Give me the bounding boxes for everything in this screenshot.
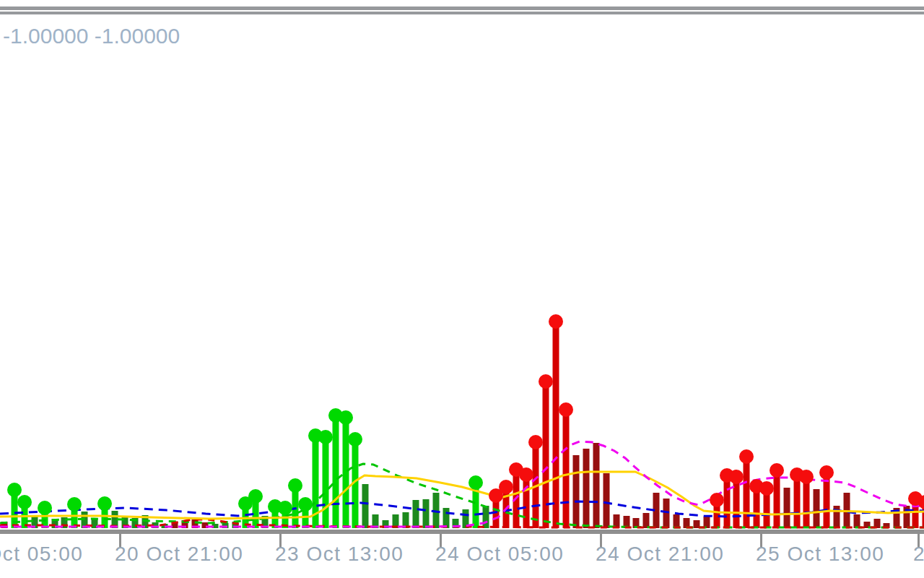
x-axis-label: 24 Oct 21:00 — [596, 543, 724, 565]
signal-dot — [729, 470, 744, 484]
histogram-bar-down — [563, 410, 570, 528]
pane-separator-line[interactable] — [0, 7, 924, 10]
histogram-bar-down — [774, 470, 780, 528]
signal-dot — [739, 449, 754, 464]
histogram-bar-down — [733, 477, 740, 528]
signal-dots — [7, 314, 924, 515]
histogram-bar-down — [543, 381, 549, 528]
signal-dot — [298, 497, 313, 512]
histogram-bar-down — [553, 322, 559, 528]
signal-dot — [819, 465, 834, 480]
signal-dot — [539, 374, 553, 389]
moving-average-lines — [0, 441, 924, 527]
histogram-bar-up — [413, 500, 419, 528]
x-axis-label: 26 Oct 05:00 — [913, 543, 924, 565]
histogram-bar-down — [904, 506, 910, 528]
histogram-bar-down — [724, 475, 731, 528]
signal-dot — [67, 497, 82, 512]
histogram-bar-down — [784, 488, 790, 528]
signal-dot — [770, 463, 784, 478]
signal-dot — [278, 501, 292, 515]
histogram-bar-down — [573, 455, 580, 528]
signal-dot — [799, 470, 814, 484]
signal-dot — [97, 496, 112, 511]
pane-separator-line[interactable] — [0, 12, 924, 14]
histogram-bar-down — [593, 443, 600, 528]
x-axis-label: 23 Oct 13:00 — [275, 543, 404, 565]
histogram-bar-down — [523, 475, 530, 528]
signal-dot — [499, 480, 513, 494]
x-axis-label: 25 Oct 13:00 — [756, 543, 884, 565]
signal-dot — [288, 478, 302, 493]
indicator-value-label: -1.00000 -1.00000 — [3, 24, 180, 48]
histogram-bar-up — [423, 499, 430, 528]
histogram-plot[interactable]: -1.00000 -1.00000 20 Oct 05:0020 Oct 21:… — [0, 0, 924, 578]
signal-dot — [17, 495, 32, 509]
histogram-bar-down — [814, 489, 820, 528]
histogram-bar-down — [674, 514, 680, 528]
time-axis[interactable]: 20 Oct 05:0020 Oct 21:0023 Oct 13:0024 O… — [0, 530, 924, 565]
signal-dot — [339, 410, 353, 425]
histogram-bar-down — [794, 475, 801, 528]
x-axis-label: 20 Oct 21:00 — [115, 543, 243, 565]
histogram-bar-down — [803, 477, 810, 528]
histogram-bars — [1, 322, 924, 528]
signal-dot — [710, 493, 724, 507]
signal-dot — [528, 435, 543, 449]
x-axis-label: 24 Oct 05:00 — [435, 543, 564, 565]
histogram-bar-up — [362, 484, 369, 528]
x-axis-label: 20 Oct 05:00 — [0, 543, 83, 565]
histogram-bar-down — [603, 473, 610, 528]
histogram-bar-up — [483, 506, 489, 528]
signal-dot — [519, 467, 533, 482]
signal-dot — [38, 501, 52, 515]
signal-dot — [559, 402, 573, 417]
signal-dot — [248, 489, 263, 504]
signal-dot — [318, 430, 333, 444]
histogram-bar-up — [333, 415, 339, 528]
x-axis-line[interactable] — [0, 530, 924, 534]
signal-dot — [348, 432, 362, 447]
histogram-bar-up — [443, 508, 450, 528]
histogram-bar-down — [744, 457, 750, 528]
histogram-bar-up — [343, 418, 349, 528]
histogram-bar-down — [643, 513, 650, 528]
histogram-bar-down — [583, 449, 590, 528]
signal-dot — [549, 314, 563, 329]
signal-dot — [468, 475, 483, 490]
histogram-bar-down — [854, 514, 860, 528]
indicator-window: -1.00000 -1.00000 20 Oct 05:0020 Oct 21:… — [0, 0, 924, 578]
histogram-bar-up — [323, 437, 329, 528]
signal-dot — [759, 481, 774, 496]
signal-dot — [7, 483, 22, 497]
